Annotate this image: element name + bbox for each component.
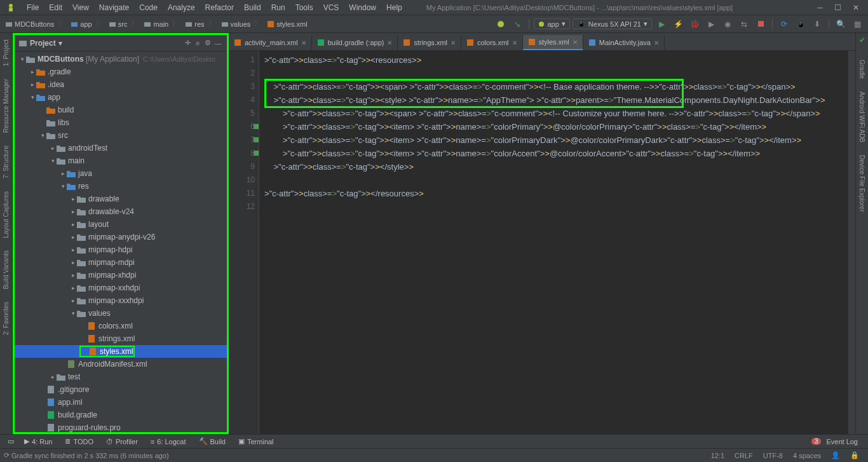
editor-tab[interactable]: styles.xml✕ xyxy=(523,35,583,50)
menu-analyze[interactable]: Analyze xyxy=(163,3,200,12)
search-everywhere-button[interactable]: 🔍 xyxy=(834,17,848,31)
profile-button[interactable]: ◉ xyxy=(721,17,735,31)
tree-node[interactable]: ▸mipmap-xxhdpi xyxy=(15,282,227,294)
tree-node[interactable]: ▸test xyxy=(15,370,227,383)
menu-refactor[interactable]: Refactor xyxy=(200,3,239,12)
tool-device-explorer[interactable]: Device File Explorer xyxy=(858,151,865,215)
tree-node[interactable]: build.gradle xyxy=(15,409,227,421)
make-project-button[interactable]: ↘ xyxy=(510,17,524,31)
tree-node[interactable]: ▸.idea xyxy=(15,78,227,91)
close-button[interactable]: ✕ xyxy=(853,3,859,12)
tree-node[interactable]: libs xyxy=(15,116,227,129)
tree-node[interactable]: ▾values xyxy=(15,307,227,320)
sync-button[interactable]: ⟳ xyxy=(777,17,791,31)
tree-node[interactable]: ▾app xyxy=(15,91,227,104)
sdk-manager-button[interactable]: ⬇ xyxy=(810,17,824,31)
tree-node[interactable]: ▾main xyxy=(15,154,227,167)
tree-node[interactable]: ▾src xyxy=(15,129,227,142)
stop-button[interactable] xyxy=(754,17,768,31)
close-tab-icon[interactable]: ✕ xyxy=(301,39,306,46)
hide-panel-icon[interactable]: — xyxy=(213,38,223,48)
tool-logcat[interactable]: ≡ 6: Logcat xyxy=(144,438,193,445)
memory-lock-icon[interactable]: 🔒 xyxy=(845,451,864,459)
tree-node[interactable]: ▸mipmap-anydpi-v26 xyxy=(15,231,227,243)
collapse-all-icon[interactable]: ≡ xyxy=(193,38,203,48)
tool-profiler[interactable]: ⏱ Profiler xyxy=(100,438,144,445)
tool-build[interactable]: 🔨 Build xyxy=(193,437,232,445)
tree-node[interactable]: ▾res xyxy=(15,180,227,193)
file-encoding[interactable]: UTF-8 xyxy=(758,452,788,459)
close-tab-icon[interactable]: ✕ xyxy=(512,39,517,46)
device-selector[interactable]: 📱 Nexus 5X API 21 ▾ xyxy=(573,18,652,29)
tree-node[interactable]: ▾MDCButtons [My Application]C:\Users\Adi… xyxy=(15,53,227,65)
line-separator[interactable]: CRLF xyxy=(729,452,758,459)
editor-tab[interactable]: strings.xml✕ xyxy=(398,35,461,50)
close-tab-icon[interactable]: ✕ xyxy=(451,39,456,46)
code-editor[interactable]: >"c-attr">>class>=>"c-tag">><resources>>… xyxy=(259,51,848,434)
locate-icon[interactable]: ✛ xyxy=(182,38,193,48)
menu-build[interactable]: Build xyxy=(239,3,266,12)
menu-view[interactable]: View xyxy=(67,3,94,12)
tree-node[interactable]: app.iml xyxy=(15,396,227,409)
tool-run[interactable]: ▶ 4: Run xyxy=(18,437,58,445)
tree-node[interactable]: ▸drawable-v24 xyxy=(15,205,227,218)
close-tab-icon[interactable]: ✕ xyxy=(387,39,392,46)
menu-vcs[interactable]: VCS xyxy=(318,3,344,12)
tool-terminal[interactable]: ▣ Terminal xyxy=(232,437,280,445)
menu-window[interactable]: Window xyxy=(344,3,381,12)
tree-node[interactable]: ▸layout xyxy=(15,218,227,231)
tree-node[interactable]: ▸mipmap-mdpi xyxy=(15,256,227,269)
vertical-scrollbar[interactable] xyxy=(848,51,855,434)
android-icon[interactable] xyxy=(494,17,508,31)
tool-build-variants[interactable]: Build Variants xyxy=(3,247,10,293)
breadcrumb[interactable]: MDCButtons〉 app〉 src〉 main〉 res〉 values〉… xyxy=(4,19,309,29)
menu-navigate[interactable]: Navigate xyxy=(94,3,134,12)
run-button[interactable]: ▶ xyxy=(654,17,668,31)
debug-button[interactable]: 🐞 xyxy=(688,17,702,31)
tree-node[interactable]: ▸mipmap-xxxhdpi xyxy=(15,294,227,307)
menu-help[interactable]: Help xyxy=(381,3,407,12)
menu-file[interactable]: File xyxy=(22,3,44,12)
menu-run[interactable]: Run xyxy=(266,3,290,12)
tool-window-toggle-icon[interactable]: ▭ xyxy=(4,437,18,445)
avd-manager-button[interactable]: 📱 xyxy=(794,17,808,31)
tree-node[interactable]: colors.xml xyxy=(15,320,227,332)
tree-node[interactable]: AndroidManifest.xml xyxy=(15,358,227,370)
indent-setting[interactable]: 4 spaces xyxy=(788,452,826,459)
run-config-selector[interactable]: app ▾ xyxy=(534,18,569,29)
menu-code[interactable]: Code xyxy=(134,3,163,12)
tree-node[interactable]: ▸mipmap-hdpi xyxy=(15,243,227,256)
editor-tab[interactable]: build.gradle (:app)✕ xyxy=(312,35,398,50)
tool-todo[interactable]: ≣ TODO xyxy=(58,437,100,445)
menu-edit[interactable]: Edit xyxy=(44,3,67,12)
tool-favorites[interactable]: 2: Favorites xyxy=(3,298,10,339)
tree-node[interactable]: ▸androidTest xyxy=(15,142,227,154)
tool-structure[interactable]: 7: Structure xyxy=(3,142,10,182)
tree-node[interactable]: styles.xml xyxy=(15,345,227,358)
tree-node[interactable]: build xyxy=(15,104,227,116)
minimize-button[interactable]: ─ xyxy=(817,3,823,12)
inspection-profile-icon[interactable]: 👤 xyxy=(826,451,845,459)
editor-tab[interactable]: colors.xml✕ xyxy=(461,35,523,50)
apply-changes-button[interactable]: ⚡ xyxy=(671,17,685,31)
maximize-button[interactable]: ☐ xyxy=(834,3,841,12)
caret-position[interactable]: 12:1 xyxy=(706,452,729,459)
tree-node[interactable]: strings.xml xyxy=(15,332,227,345)
close-tab-icon[interactable]: ✕ xyxy=(654,39,659,46)
menu-tools[interactable]: Tools xyxy=(290,3,318,12)
tool-wifi-adb[interactable]: Android WiFi ADB xyxy=(858,88,865,146)
editor-tab[interactable]: activity_main.xml✕ xyxy=(229,35,312,50)
tool-gradle[interactable]: Gradle xyxy=(858,56,865,83)
close-tab-icon[interactable]: ✕ xyxy=(573,39,578,46)
tree-node[interactable]: ▸java xyxy=(15,167,227,180)
settings-button[interactable]: ▦ xyxy=(850,17,864,31)
settings-gear-icon[interactable]: ⚙ xyxy=(203,38,213,48)
tool-layout-captures[interactable]: Layout Captures xyxy=(3,187,10,241)
editor-tab[interactable]: MainActivity.java✕ xyxy=(583,35,665,50)
tree-node[interactable]: .gitignore xyxy=(15,383,227,396)
tool-project[interactable]: 1: Project xyxy=(3,36,10,70)
attach-debugger-button[interactable]: ⇆ xyxy=(737,17,751,31)
project-tree[interactable]: ▾MDCButtons [My Application]C:\Users\Adi… xyxy=(15,51,227,432)
tree-node[interactable]: proguard-rules.pro xyxy=(15,421,227,432)
tool-resource-manager[interactable]: Resource Manager xyxy=(3,75,10,137)
